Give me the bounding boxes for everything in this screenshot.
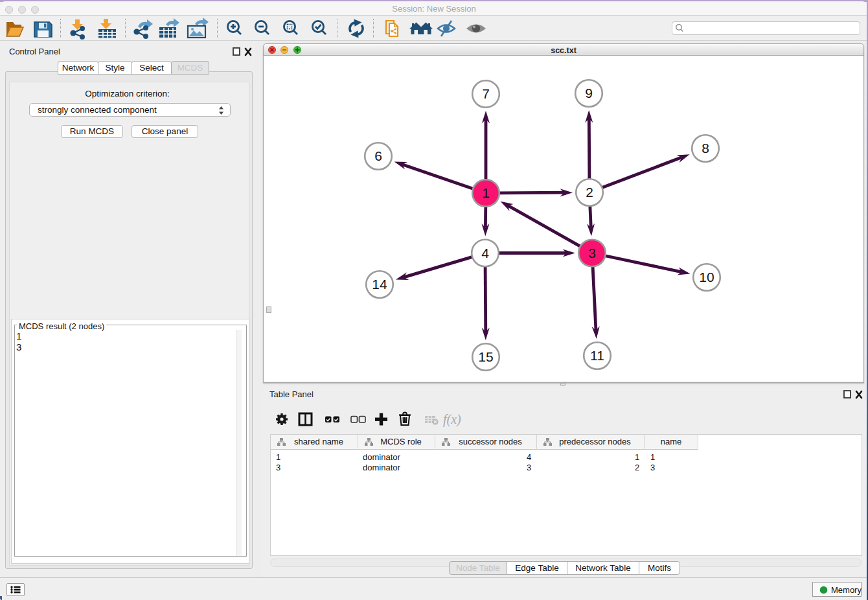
svg-text:8: 8	[702, 141, 709, 156]
svg-text:f(x): f(x)	[443, 412, 461, 427]
svg-text:6: 6	[374, 148, 382, 163]
svg-text:14: 14	[372, 277, 387, 292]
svg-text:4: 4	[481, 246, 489, 260]
svg-text:2: 2	[586, 185, 593, 200]
svg-text:9: 9	[585, 86, 593, 100]
svg-text:11: 11	[590, 348, 604, 363]
svg-text:1: 1	[482, 185, 490, 200]
svg-text:15: 15	[478, 349, 493, 364]
svg-text:10: 10	[699, 270, 714, 284]
svg-text:3: 3	[588, 246, 596, 260]
svg-text:7: 7	[482, 86, 490, 101]
